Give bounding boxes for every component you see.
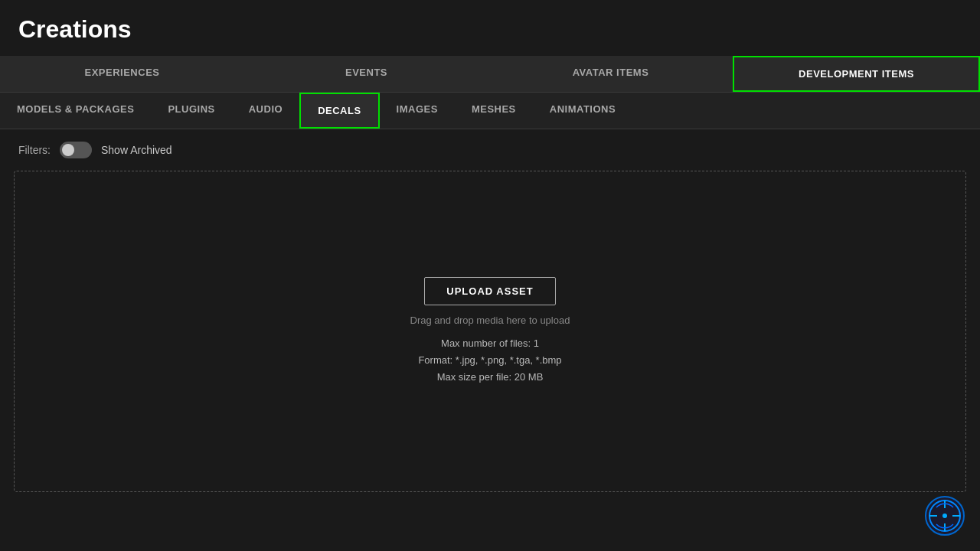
max-files-info: Max number of files: 1: [418, 335, 561, 352]
sub-nav-item-models[interactable]: MODELS & PACKAGES: [0, 93, 151, 129]
sub-nav-item-animations[interactable]: ANIMATIONS: [533, 93, 632, 129]
upload-drop-zone[interactable]: UPLOAD ASSET Drag and drop media here to…: [14, 171, 966, 492]
filters-bar: Filters: Show Archived: [0, 129, 980, 171]
toggle-track: [60, 142, 92, 158]
sub-nav: MODELS & PACKAGES PLUGINS AUDIO DECALS I…: [0, 93, 980, 129]
show-archived-toggle[interactable]: [60, 142, 92, 158]
top-nav: EXPERIENCES EVENTS AVATAR ITEMS DEVELOPM…: [0, 56, 980, 93]
top-nav-item-avatar-items[interactable]: AVATAR ITEMS: [488, 56, 733, 92]
sub-nav-item-decals[interactable]: DECALS: [299, 93, 379, 129]
sub-nav-item-plugins[interactable]: PLUGINS: [151, 93, 231, 129]
filters-label: Filters:: [18, 144, 51, 156]
sub-nav-item-audio[interactable]: AUDIO: [232, 93, 299, 129]
top-nav-item-experiences[interactable]: EXPERIENCES: [0, 56, 244, 92]
corner-logo: [925, 496, 965, 536]
max-size-info: Max size per file: 20 MB: [418, 369, 561, 386]
upload-asset-button[interactable]: UPLOAD ASSET: [424, 277, 555, 305]
upload-info: Max number of files: 1 Format: *.jpg, *.…: [418, 335, 561, 386]
page-title: Creations: [0, 0, 980, 56]
sub-nav-item-images[interactable]: IMAGES: [380, 93, 455, 129]
svg-point-2: [942, 514, 947, 518]
top-nav-item-development-items[interactable]: DEVELOPMENT ITEMS: [733, 56, 980, 92]
toggle-thumb: [62, 144, 74, 156]
sub-nav-item-meshes[interactable]: MESHES: [455, 93, 533, 129]
drag-drop-hint: Drag and drop media here to upload: [410, 315, 570, 326]
format-info: Format: *.jpg, *.png, *.tga, *.bmp: [418, 352, 561, 369]
show-archived-label[interactable]: Show Archived: [101, 144, 172, 156]
top-nav-item-events[interactable]: EVENTS: [244, 56, 488, 92]
